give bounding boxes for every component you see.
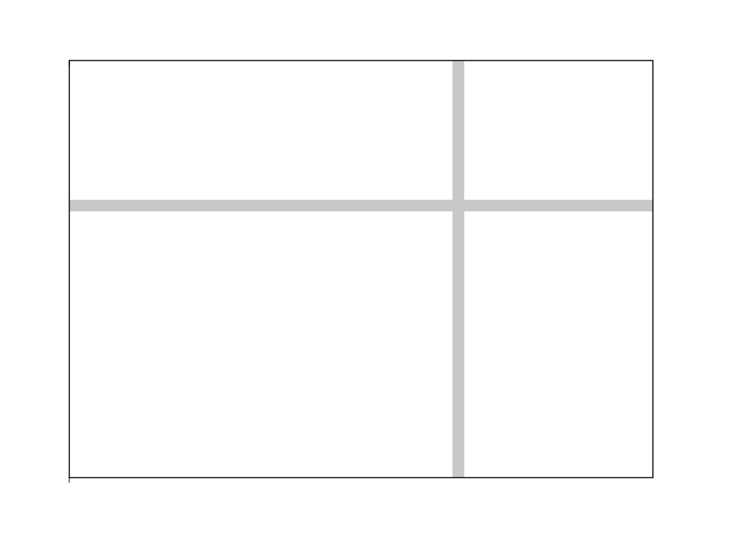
svg-rect-0 — [69, 200, 653, 211]
svg-rect-1 — [452, 61, 464, 478]
svg-rect-2 — [69, 61, 653, 478]
